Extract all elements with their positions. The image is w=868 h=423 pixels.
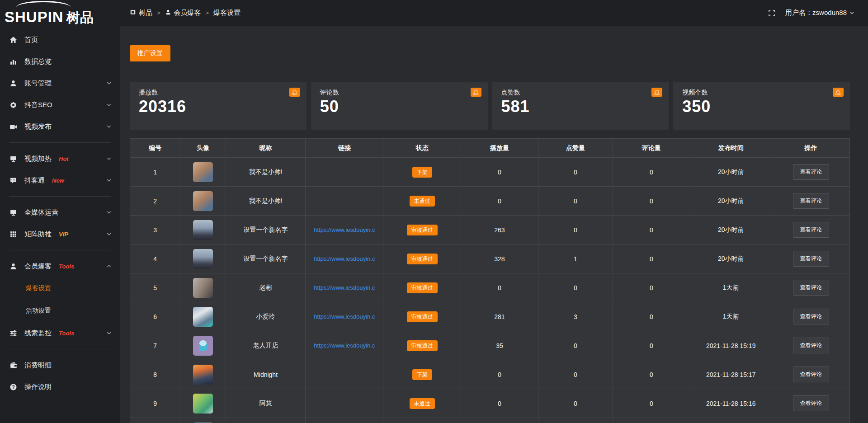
logo-arc-decoration [16, 1, 71, 7]
video-link[interactable]: https://www.iesdouyin.c [306, 313, 383, 320]
status-badge[interactable]: 下架 [412, 167, 432, 178]
chevron-down-icon [106, 178, 112, 183]
sidebar-subitem-baoke-settings[interactable]: 爆客设置 [0, 277, 120, 300]
promo-settings-button[interactable]: 推广设置 [130, 45, 170, 61]
status-badge[interactable]: 未通过 [410, 398, 435, 409]
view-comments-button[interactable]: 查看评论 [793, 251, 829, 267]
breadcrumb-item-member-baoke[interactable]: 会员爆客 [165, 9, 201, 17]
cell-actions: 查看评论 [772, 389, 850, 418]
sidebar-item-video-publish[interactable]: 视频发布 [0, 116, 120, 137]
view-comments-button[interactable]: 查看评论 [793, 280, 829, 296]
video-link[interactable]: https://www.iesdouyin.c [306, 284, 383, 291]
cell-nickname: 小爱玲 [226, 302, 306, 331]
view-comments-button[interactable]: 查看评论 [793, 309, 829, 324]
cell-status: 审核通过 [383, 331, 461, 360]
status-badge[interactable]: 审核通过 [407, 254, 438, 264]
sidebar-item-tag: Tools [59, 263, 74, 270]
status-badge[interactable]: 下架 [412, 369, 432, 380]
video-link[interactable]: https://www.iesdouyin.c [306, 342, 383, 349]
video-link[interactable]: https://www.iesdouyin.c [306, 226, 383, 233]
sidebar-item-home[interactable]: 首页 [0, 29, 120, 51]
sidebar-item-account-management[interactable]: 账号管理 [0, 72, 120, 94]
sidebar-item-video-heat[interactable]: 视频加热Hot [0, 148, 120, 169]
video-link[interactable]: https://www.iesdouyin.c [306, 255, 383, 262]
view-comments-button[interactable]: 查看评论 [793, 395, 829, 411]
view-comments-button[interactable]: 查看评论 [793, 367, 829, 382]
sidebar-item-consume-detail[interactable]: 消费明细 [0, 354, 120, 376]
cell-likes: 0 [538, 360, 613, 389]
stat-value: 350 [682, 97, 841, 116]
avatar [193, 278, 213, 298]
status-badge[interactable]: 审核通过 [407, 340, 438, 351]
sidebar: SHUPIN 树品 首页数据总览账号管理抖音SEO视频发布视频加热Hot抖客通N… [0, 0, 120, 423]
table-row: 4设置一个新名字https://www.iesdouyin.c审核通过32810… [130, 244, 850, 273]
avatar [193, 191, 213, 211]
sidebar-item-douyin-seo[interactable]: 抖音SEO [0, 94, 120, 116]
view-comments-button[interactable]: 查看评论 [793, 193, 829, 209]
fullscreen-icon[interactable] [768, 9, 775, 17]
cell-nickname: 设置一个新名字 [226, 216, 306, 244]
status-badge[interactable]: 审核通过 [407, 282, 438, 293]
user-menu[interactable]: 用户名：zswodun88 [785, 9, 854, 17]
member-icon [9, 262, 17, 270]
cell-actions: 查看评论 [772, 302, 850, 331]
username-label: 用户名：zswodun88 [785, 9, 847, 17]
sidebar-item-douketong[interactable]: 抖客通New [0, 169, 120, 191]
column-header: 点赞量 [538, 139, 613, 158]
view-comments-button[interactable]: 查看评论 [793, 222, 829, 238]
videos-table: 编号头像昵称链接状态播放量点赞量评论量发布时间操作 1我不是小帅!下架00020… [130, 138, 850, 423]
chat-icon [9, 176, 17, 184]
cell-status: 审核通过 [383, 244, 461, 273]
chevron-down-icon [106, 156, 112, 161]
column-header: 头像 [180, 139, 226, 158]
stat-label: 评论数 [320, 89, 479, 97]
cell-avatar [180, 418, 226, 423]
cell-publish-time: 2021-11-28 15:19 [690, 331, 772, 360]
help-icon: ? [9, 383, 17, 391]
cell-plays: 35 [461, 331, 538, 360]
sidebar-divider [9, 250, 111, 250]
view-comments-button[interactable]: 查看评论 [793, 164, 829, 180]
cell-plays: 0 [461, 360, 538, 389]
cell-link [306, 158, 383, 187]
cell-likes: 1 [538, 244, 613, 273]
cell-actions [772, 418, 850, 423]
sidebar-item-data-overview[interactable]: 数据总览 [0, 51, 120, 72]
cell-plays [461, 418, 538, 423]
cell-plays: 263 [461, 216, 538, 244]
logo-text-en: SHUPIN [5, 9, 64, 24]
cell-plays: 0 [461, 187, 538, 216]
sidebar-item-label: 账号管理 [24, 79, 52, 88]
sidebar-subitem-activity-settings[interactable]: 活动设置 [0, 300, 120, 322]
sidebar-item-label: 会员爆客 [24, 262, 52, 271]
cell-publish-time: 20小时前 [690, 216, 772, 244]
chevron-up-icon [106, 263, 112, 269]
cell-status: 未通过 [383, 187, 461, 216]
grid-icon [9, 230, 17, 238]
cell-id: 4 [130, 244, 180, 273]
sidebar-item-operation-guide[interactable]: ?操作说明 [0, 376, 120, 398]
sidebar-item-clue-monitor[interactable]: 线索监控Tools [0, 322, 120, 344]
view-comments-button[interactable]: 查看评论 [793, 338, 829, 353]
cell-actions: 查看评论 [772, 273, 850, 302]
status-badge[interactable]: 审核通过 [407, 225, 438, 235]
sidebar-item-tag: New [52, 177, 64, 184]
cell-publish-time: 1天前 [690, 302, 772, 331]
status-badge[interactable]: 未通过 [410, 196, 435, 207]
sidebar-item-media-operation[interactable]: 全媒体运营 [0, 202, 120, 223]
cell-publish-time: 20小时前 [690, 158, 772, 187]
breadcrumb-item-shupin[interactable]: 树品 [130, 9, 152, 17]
cell-comments: 0 [613, 244, 690, 273]
chevron-down-icon [106, 124, 112, 129]
stat-card-3: 视频个数350总 [673, 82, 850, 130]
cell-likes: 0 [538, 216, 613, 244]
sidebar-divider [9, 142, 111, 143]
sidebar-item-matrix-boost[interactable]: 矩阵助推VIP [0, 223, 120, 245]
sidebar-item-member-baoke[interactable]: 会员爆客Tools [0, 255, 120, 277]
column-header: 操作 [772, 139, 850, 158]
cell-comments: 0 [613, 187, 690, 216]
status-badge[interactable]: 审核通过 [407, 311, 438, 322]
sidebar-item-tag: VIP [59, 231, 68, 238]
chevron-down-icon [106, 210, 112, 215]
column-header: 状态 [383, 139, 461, 158]
